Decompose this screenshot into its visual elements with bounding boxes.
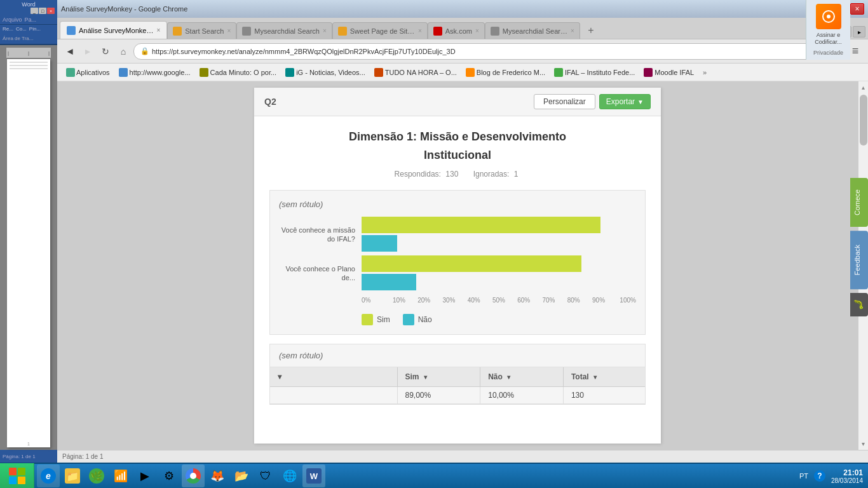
taskbar-wifi-icon[interactable]: 📶 bbox=[109, 464, 132, 487]
start-button[interactable] bbox=[0, 463, 34, 488]
word-status-bar: Página: 1 de 1 bbox=[0, 450, 57, 463]
tab-mysearchdial[interactable]: Mysearchdial Search × bbox=[236, 22, 332, 39]
legend-nao: Não bbox=[403, 314, 432, 325]
assinar-panel: Assinar e Codificar... Privacidade bbox=[806, 0, 850, 60]
tab-close-survey[interactable]: × bbox=[156, 27, 160, 34]
dropdown-arrow-sim[interactable]: ▾ bbox=[424, 374, 427, 381]
home-button[interactable]: ⌂ bbox=[116, 44, 131, 59]
q1-bar-group: Você conhece a missão do IFAL? bbox=[279, 217, 636, 252]
taskbar-chrome-icon[interactable] bbox=[182, 464, 205, 487]
taskbar-settings-icon[interactable]: ⚙ bbox=[158, 464, 180, 487]
address-bar: ◂ ▸ ↻ ⌂ 🔒 https://pt.surveymonkey.net/an… bbox=[57, 39, 868, 64]
tab-label-survey: Análise SurveyMonke… bbox=[79, 27, 153, 34]
word-minimize-btn[interactable]: _ bbox=[31, 8, 38, 14]
bookmark-tudo-na-hora[interactable]: TUDO NA HORA – O... bbox=[370, 67, 461, 78]
dropdown-arrow-nao[interactable]: ▾ bbox=[507, 374, 510, 381]
taskbar-firefox-icon[interactable]: 🦊 bbox=[206, 464, 229, 487]
bookmark-blog-frederico[interactable]: Blog de Frederico M... bbox=[462, 67, 549, 78]
logo-top-right bbox=[18, 468, 25, 475]
bookmark-apps[interactable]: Aplicativos bbox=[62, 67, 114, 78]
folder-icon: 📁 bbox=[65, 468, 80, 484]
exportar-arrow-icon: ▼ bbox=[637, 98, 644, 105]
tab-nav-right[interactable]: ▸ bbox=[853, 26, 865, 37]
taskbar-word-icon[interactable]: W bbox=[302, 464, 325, 487]
clock[interactable]: 21:01 28/03/2014 bbox=[831, 468, 863, 484]
status-bar: Página: 1 de 1 bbox=[57, 450, 868, 463]
scroll-down-arrow[interactable]: ▾ bbox=[860, 439, 866, 449]
page-content[interactable]: Q2 Personalizar Exportar ▼ Dimensão 1: M… bbox=[57, 81, 858, 450]
x-tick-80: 80% bbox=[561, 297, 586, 304]
tab-close-start-search[interactable]: × bbox=[227, 27, 231, 34]
tab-favicon-start-search bbox=[173, 27, 182, 36]
word-maximize-btn[interactable]: □ bbox=[39, 8, 46, 14]
firefox-icon: 🦊 bbox=[210, 468, 225, 484]
bookmark-cada-minuto[interactable]: Cada Minuto: O por... bbox=[196, 67, 281, 78]
question-id: Q2 bbox=[264, 97, 276, 107]
back-button[interactable]: ◂ bbox=[62, 44, 78, 59]
scrollbar-thumb[interactable] bbox=[860, 95, 867, 146]
help-icon[interactable]: ? bbox=[813, 470, 826, 482]
taskbar-media-icon[interactable]: ▶ bbox=[133, 464, 156, 487]
bookmark-google-label: http://www.google... bbox=[130, 69, 191, 76]
chart-title-line1: Dimensão 1: Missão e Desenvolvimento bbox=[269, 129, 646, 145]
col-header-row: ▾ bbox=[270, 367, 397, 387]
assinar-label: Assinar e Codificar... bbox=[809, 32, 848, 46]
taskbar-globe-icon[interactable]: 🌐 bbox=[278, 464, 301, 487]
close-button[interactable]: × bbox=[850, 3, 864, 15]
table-cell-total-val: 130 bbox=[563, 387, 645, 404]
bookmark-ifal[interactable]: IFAL – Instituto Fede... bbox=[550, 67, 639, 78]
bookmark-google[interactable]: http://www.google... bbox=[115, 67, 194, 78]
taskbar-shield-icon[interactable]: 🛡 bbox=[254, 464, 277, 487]
x-tick-40: 40% bbox=[461, 297, 486, 304]
word-menu-arquivo[interactable]: Arquivo bbox=[3, 17, 22, 23]
new-tab-button[interactable]: + bbox=[583, 22, 599, 39]
bookmarks-more[interactable]: » bbox=[700, 67, 709, 78]
word-tab-pin[interactable]: Pin... bbox=[29, 26, 41, 32]
tab-close-mysearchdial[interactable]: × bbox=[323, 27, 327, 34]
tab-sweet-page[interactable]: Sweet Page de Sites… × bbox=[332, 22, 428, 39]
refresh-button[interactable]: ↻ bbox=[98, 44, 113, 59]
bookmark-ig[interactable]: iG - Noticias, Videos... bbox=[281, 67, 369, 78]
dropdown-arrow-row[interactable]: ▾ bbox=[278, 372, 281, 381]
scroll-up-arrow[interactable]: ▴ bbox=[860, 83, 866, 92]
exportar-button[interactable]: Exportar ▼ bbox=[599, 94, 651, 109]
word-tab-re[interactable]: Re... bbox=[3, 26, 13, 32]
ruler-mid: | bbox=[22, 50, 36, 56]
tab-label-start-search: Start Search bbox=[185, 27, 224, 35]
legend-nao-color bbox=[403, 314, 414, 325]
col-nao-label: Não bbox=[488, 372, 503, 381]
bookmark-apps-label: Aplicativos bbox=[76, 69, 110, 76]
forward-button[interactable]: ▸ bbox=[80, 44, 95, 59]
taskbar-right: PT ? 21:01 28/03/2014 bbox=[794, 468, 868, 484]
personalizar-button[interactable]: Personalizar bbox=[534, 94, 595, 109]
tab-start-search[interactable]: Start Search × bbox=[167, 22, 236, 39]
tab-close-mysearchdial-2[interactable]: × bbox=[571, 27, 574, 34]
bookmark-moodle[interactable]: Moodle IFAL bbox=[640, 67, 698, 78]
taskbar-explorer-icon[interactable]: 📁 bbox=[61, 464, 84, 487]
tab-close-ask[interactable]: × bbox=[475, 27, 479, 34]
taskbar-ie-icon[interactable]: e bbox=[37, 464, 60, 487]
tab-survey-monkey[interactable]: Análise SurveyMonke… × bbox=[60, 21, 167, 39]
word-tab-co[interactable]: Co... bbox=[16, 26, 27, 32]
taskbar-files-icon[interactable]: 📂 bbox=[230, 464, 253, 487]
settings-icon: ⚙ bbox=[161, 468, 177, 484]
taskbar-nav-icon[interactable]: 🌿 bbox=[85, 464, 108, 487]
tab-ask[interactable]: Ask.com × bbox=[428, 22, 485, 39]
word-ribbon-tabs: Re... Co... Pin... bbox=[0, 25, 57, 33]
x-tick-100: 100% bbox=[611, 297, 636, 304]
bug-button[interactable]: 🐛 bbox=[850, 293, 868, 316]
address-input[interactable]: 🔒 https://pt.surveymonkey.net/analyze/nm… bbox=[133, 43, 845, 60]
privacy-label: Privacidade bbox=[813, 50, 843, 56]
word-close-btn[interactable]: × bbox=[47, 8, 55, 14]
browser-title: Análise SurveyMonkey - Google Chrome bbox=[61, 5, 817, 13]
logo-bottom-left bbox=[9, 477, 17, 484]
tab-close-sweet-page[interactable]: × bbox=[418, 27, 422, 34]
feedback-button[interactable]: Feedback bbox=[850, 231, 868, 289]
table-cell-nao-val: 10,00% bbox=[480, 387, 564, 404]
dropdown-arrow-total[interactable]: ▾ bbox=[593, 374, 597, 381]
comece-button[interactable]: Comece bbox=[850, 178, 868, 227]
assinar-inner-icon bbox=[822, 10, 835, 23]
word-menu-pa[interactable]: Pa... bbox=[25, 17, 37, 23]
tab-mysearchdial-2[interactable]: Mysearchdial Search × bbox=[485, 22, 580, 39]
col-header-total: Total ▾ bbox=[563, 367, 645, 387]
